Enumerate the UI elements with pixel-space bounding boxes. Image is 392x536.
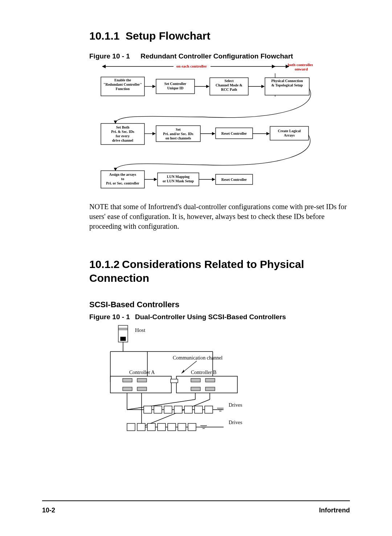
svg-rect-74 xyxy=(205,387,215,391)
svg-rect-84 xyxy=(154,406,162,413)
svg-rect-86 xyxy=(174,406,182,413)
svg-rect-69 xyxy=(123,387,132,391)
section-number: 10.1.2 xyxy=(89,257,122,271)
svg-text:for every: for every xyxy=(116,134,130,138)
section-10-1-2-heading: 10.1.2Considerations Related to Physical… xyxy=(89,257,350,285)
svg-text:Drives: Drives xyxy=(229,402,242,408)
svg-rect-97 xyxy=(168,423,176,431)
svg-text:Select: Select xyxy=(225,79,234,83)
figure-lead: Figure 10 - 1 xyxy=(89,313,135,321)
subsection-heading: SCSI-Based Controllers xyxy=(89,300,350,309)
dual-controller-figure: Host Communication channel Controller A … xyxy=(104,323,249,437)
figure-10-1b-caption: Figure 10 - 1Dual-Controller Using SCSI-… xyxy=(89,313,350,321)
svg-text:Reset Controller: Reset Controller xyxy=(221,178,247,182)
svg-text:Controller B: Controller B xyxy=(191,370,216,375)
svg-text:"Redundant Controller": "Redundant Controller" xyxy=(103,82,142,86)
figure-10-1-caption: Figure 10 - 1 Redundant Controller Confi… xyxy=(89,52,350,60)
svg-text:Set: Set xyxy=(176,127,181,131)
svg-rect-66 xyxy=(171,379,178,383)
svg-text:Controller A: Controller A xyxy=(129,370,155,375)
svg-text:Arrays: Arrays xyxy=(284,133,295,137)
section-10-1-1-heading: 10.1.1 Setup Flowchart xyxy=(89,30,350,42)
svg-text:Pri. & Sec. IDs: Pri. & Sec. IDs xyxy=(111,130,134,134)
brand-name: Infortrend xyxy=(319,507,350,514)
svg-rect-96 xyxy=(158,423,166,431)
svg-rect-87 xyxy=(184,406,192,413)
svg-text:drive channel: drive channel xyxy=(112,138,133,142)
footer-rule xyxy=(42,500,350,501)
note-paragraph: NOTE that some of Infortrend's dual-cont… xyxy=(89,202,350,231)
svg-text:Pri. or Sec. controller: Pri. or Sec. controller xyxy=(106,181,139,185)
section-title: Setup Flowchart xyxy=(126,30,210,42)
svg-rect-83 xyxy=(144,406,152,413)
svg-rect-98 xyxy=(178,423,186,431)
figure-title: Dual-Controller Using SCSI-Based Control… xyxy=(135,313,286,321)
svg-rect-67 xyxy=(123,378,132,382)
svg-text:& Topological Setup: & Topological Setup xyxy=(271,83,303,87)
page-number: 10-2 xyxy=(42,507,55,514)
svg-rect-93 xyxy=(127,423,135,431)
svg-text:Reset Controller: Reset Controller xyxy=(221,131,247,135)
svg-text:or LUN Mask Setup: or LUN Mask Setup xyxy=(163,179,194,183)
svg-rect-85 xyxy=(164,406,172,413)
top-right-label-2: onward xyxy=(295,67,308,71)
svg-rect-95 xyxy=(147,423,155,431)
svg-rect-99 xyxy=(188,423,196,431)
svg-text:LUN Mapping: LUN Mapping xyxy=(167,175,190,179)
svg-rect-72 xyxy=(205,378,215,382)
svg-text:Host: Host xyxy=(135,327,146,333)
svg-rect-68 xyxy=(137,378,147,382)
svg-rect-52 xyxy=(121,337,126,341)
section-number: 10.1.1 xyxy=(89,30,119,42)
svg-text:to: to xyxy=(121,177,124,181)
svg-text:Communication channel: Communication channel xyxy=(173,355,222,361)
svg-text:Channel Mode &: Channel Mode & xyxy=(216,83,242,87)
svg-rect-70 xyxy=(137,387,147,391)
top-span-label: on each controller xyxy=(176,64,207,68)
svg-rect-71 xyxy=(191,378,200,382)
svg-text:Physical Connection: Physical Connection xyxy=(271,79,303,83)
svg-text:Pri. and/or Sec. IDs: Pri. and/or Sec. IDs xyxy=(163,132,193,136)
svg-rect-94 xyxy=(137,423,145,431)
flowchart-figure: on each controller both controllers onwa… xyxy=(94,62,313,195)
figure-title: Redundant Controller Configuration Flowc… xyxy=(140,52,293,60)
svg-text:Enable the: Enable the xyxy=(114,78,131,82)
top-right-label-1: both controllers xyxy=(288,62,313,67)
svg-text:Set Both: Set Both xyxy=(116,125,130,129)
svg-text:Set Controller: Set Controller xyxy=(164,82,187,86)
svg-rect-73 xyxy=(191,387,200,391)
svg-text:Create Logical: Create Logical xyxy=(278,129,301,133)
svg-rect-89 xyxy=(205,406,213,413)
svg-rect-88 xyxy=(195,406,203,413)
svg-text:RCC Path: RCC Path xyxy=(221,88,237,92)
svg-text:Drives: Drives xyxy=(229,420,242,425)
svg-text:Assign the arrays: Assign the arrays xyxy=(109,172,136,176)
svg-text:on host channels: on host channels xyxy=(166,136,191,140)
svg-text:Function: Function xyxy=(116,87,130,91)
figure-lead: Figure 10 - 1 xyxy=(89,52,139,60)
svg-text:Unique ID: Unique ID xyxy=(167,86,184,90)
svg-marker-61 xyxy=(181,370,184,373)
